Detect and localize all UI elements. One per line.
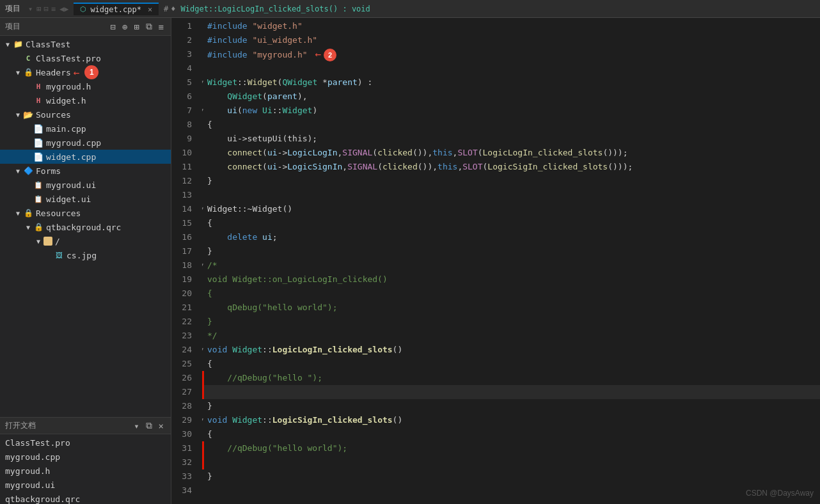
code-editor: 1234567891011121314151617181920212223242…	[171, 18, 820, 504]
line-numbers: 1234567891011121314151617181920212223242…	[171, 18, 202, 504]
code-line[interactable]: #include "widget.h"	[202, 19, 820, 33]
line-number: 12	[171, 174, 197, 188]
line-number: 2	[171, 33, 197, 47]
code-lines[interactable]: #include "widget.h"#include "ui_widget.h…	[202, 18, 820, 504]
code-line[interactable]: //qDebug("hello world");	[202, 441, 820, 455]
bottom-panel: 打开文档 ▾ ⧉ × ClassTest.promygroud.cppmygro…	[0, 417, 171, 504]
function-breadcrumb: Widget::LogicLogIn_clicked_slots() : voi…	[181, 4, 370, 13]
sidebar: 项目 ⊟ ⊕ ⊞ ⧉ ≡ ▼ 📁 ClassTest C ClassTest.p…	[0, 18, 171, 504]
code-line[interactable]: {	[202, 287, 820, 301]
close-sidebar-icon[interactable]: ≡	[157, 21, 166, 33]
line-number: 26	[171, 371, 197, 385]
sidebar-item-forms[interactable]: ▼ 🔷 Forms	[0, 164, 171, 178]
line-number: 29	[171, 413, 197, 427]
line-number: 14	[171, 202, 197, 216]
code-line[interactable]: ▼ ui(new Ui::Widget)	[202, 104, 820, 118]
sidebar-item-sources[interactable]: ▼ 📂 Sources	[0, 107, 171, 122]
bottom-item[interactable]: mygroud.cpp	[0, 450, 171, 464]
sidebar-item-widget-ui[interactable]: 📋 widget.ui	[0, 192, 171, 206]
bottom-filter-icon[interactable]: ▾	[132, 420, 141, 432]
line-number: 30	[171, 427, 197, 441]
line-number: 31	[171, 441, 197, 455]
sidebar-item-qtbackgroud-qrc[interactable]: ▼ 🔒 qtbackgroud.qrc	[0, 220, 171, 234]
code-line[interactable]: #include "mygroud.h" ←2	[202, 47, 820, 61]
line-number: 9	[171, 132, 197, 146]
line-number: 15	[171, 216, 197, 230]
sidebar-item-widget-h[interactable]: H widget.h	[0, 93, 171, 107]
code-line[interactable]: ▼/*	[202, 258, 820, 272]
bottom-panel-list: ClassTest.promygroud.cppmygroud.hmygroud…	[0, 434, 171, 504]
code-line[interactable]: {	[202, 118, 820, 132]
sidebar-item-widget-cpp[interactable]: 📄 widget.cpp	[0, 150, 171, 164]
sidebar-item-cs-jpg[interactable]: 🖼 cs.jpg	[0, 248, 171, 262]
filter-icon[interactable]: ⊟	[108, 21, 117, 33]
line-number: 1	[171, 19, 197, 33]
code-line[interactable]: ▼void Widget::LogicSigIn_clicked_slots()	[202, 413, 820, 427]
code-line[interactable]: //qDebug("hello ");	[202, 371, 820, 385]
code-line[interactable]	[202, 188, 820, 202]
sidebar-controls: ⊟ ⊕ ⊞ ⧉ ≡	[108, 20, 166, 33]
code-line[interactable]: {	[202, 216, 820, 230]
line-number: 16	[171, 230, 197, 244]
split-icon[interactable]: ⧉	[144, 20, 154, 33]
sync-icon[interactable]: ⊞	[132, 21, 141, 33]
code-line[interactable]: ▼Widget::Widget(QWidget *parent) :	[202, 75, 820, 90]
code-line[interactable]: connect(ui->LogicSignIn,SIGNAL(clicked()…	[202, 160, 820, 174]
editor-tab[interactable]: ⬡ widget.cpp* ×	[74, 3, 159, 15]
code-line[interactable]: #include "ui_widget.h"	[202, 33, 820, 47]
bottom-close-icon[interactable]: ×	[157, 420, 166, 432]
code-line[interactable]: ▼void Widget::LogicLogIn_clicked_slots()	[202, 343, 820, 357]
sidebar-item-mygroud-ui[interactable]: 📋 mygroud.ui	[0, 178, 171, 192]
line-number: 5	[171, 75, 197, 90]
sidebar-item-headers[interactable]: ▼ 🔒 Headers ← 1	[0, 65, 171, 79]
code-line[interactable]: }	[202, 315, 820, 329]
bottom-item[interactable]: ClassTest.pro	[0, 436, 171, 450]
code-line[interactable]: }	[202, 244, 820, 258]
sidebar-item-classtestpro[interactable]: C ClassTest.pro	[0, 51, 171, 65]
code-line[interactable]: }	[202, 399, 820, 413]
line-number: 6	[171, 90, 197, 104]
line-number: 4	[171, 61, 197, 75]
code-line[interactable]: QWidget(parent),	[202, 90, 820, 104]
sidebar-item-main-cpp[interactable]: 📄 main.cpp	[0, 122, 171, 136]
tree-root[interactable]: ▼ 📁 ClassTest	[0, 37, 171, 51]
tab-close[interactable]: ×	[148, 5, 152, 14]
code-content[interactable]: 1234567891011121314151617181920212223242…	[171, 18, 820, 504]
sidebar-item-mygroud-h[interactable]: H mygroud.h	[0, 79, 171, 93]
line-number: 33	[171, 469, 197, 484]
code-line[interactable]: qDebug("hello world");	[202, 301, 820, 315]
code-line[interactable]	[202, 455, 820, 469]
code-line[interactable]: }	[202, 469, 820, 484]
code-line[interactable]: connect(ui->LogicLogIn,SIGNAL(clicked())…	[202, 146, 820, 160]
line-number: 32	[171, 455, 197, 469]
code-line[interactable]: void Widget::on_LogicLogIn_clicked()	[202, 272, 820, 287]
code-line[interactable]: {	[202, 357, 820, 371]
bottom-item[interactable]: mygroud.ui	[0, 478, 171, 492]
line-number: 18	[171, 258, 197, 272]
code-line[interactable]: {	[202, 427, 820, 441]
line-number: 34	[171, 484, 197, 498]
bottom-item[interactable]: qtbackgroud.qrc	[0, 492, 171, 504]
sidebar-item-resources[interactable]: ▼ 🔒 Resources	[0, 206, 171, 220]
project-label: 项目	[5, 3, 20, 14]
sidebar-item-slash[interactable]: ▼ /	[0, 234, 171, 248]
code-line[interactable]	[202, 484, 820, 498]
code-line[interactable]: }	[202, 174, 820, 188]
line-number: 7	[171, 104, 197, 118]
sidebar-item-mygroud-cpp[interactable]: 📄 mygroud.cpp	[0, 136, 171, 150]
bottom-item[interactable]: mygroud.h	[0, 464, 171, 478]
bottom-split-icon[interactable]: ⧉	[144, 420, 154, 432]
bottom-panel-header: 打开文档 ▾ ⧉ ×	[0, 418, 171, 434]
code-line[interactable]	[202, 385, 820, 399]
link-icon[interactable]: ⊕	[120, 21, 129, 33]
line-number: 20	[171, 287, 197, 301]
code-line[interactable]: */	[202, 329, 820, 343]
code-line[interactable]: delete ui;	[202, 230, 820, 244]
line-number: 3	[171, 47, 197, 61]
sidebar-header: 项目 ⊟ ⊕ ⊞ ⧉ ≡	[0, 18, 171, 36]
code-line[interactable]	[202, 61, 820, 75]
code-line[interactable]: ui->setupUi(this);	[202, 132, 820, 146]
code-line[interactable]: ▼Widget::~Widget()	[202, 202, 820, 216]
line-number: 19	[171, 272, 197, 287]
main-area: 项目 ⊟ ⊕ ⊞ ⧉ ≡ ▼ 📁 ClassTest C ClassTest.p…	[0, 18, 820, 504]
